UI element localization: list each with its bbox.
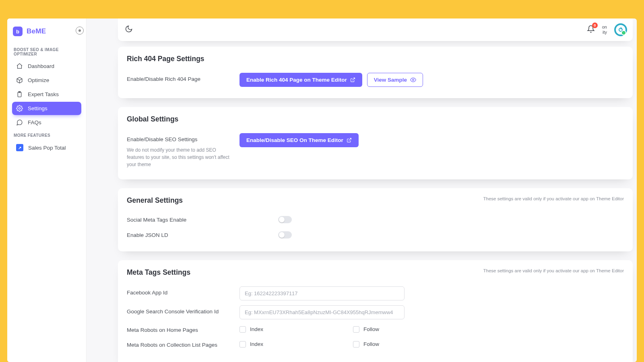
button-label: View Sample bbox=[374, 77, 407, 83]
label-enable-json-ld: Enable JSON LD bbox=[127, 232, 168, 238]
checkbox-label-index: Index bbox=[250, 341, 263, 347]
sidebar-item-label: FAQs bbox=[28, 119, 41, 125]
box-icon bbox=[16, 77, 23, 84]
sidebar-item-label: Optimize bbox=[28, 77, 49, 83]
card-title-rich-404: Rich 404 Page Settings bbox=[127, 55, 204, 63]
checkbox-home-index[interactable] bbox=[239, 326, 246, 333]
clipboard-icon bbox=[16, 91, 23, 98]
label-gsc-verification-id: Google Search Console Verification Id bbox=[127, 309, 239, 315]
main-area: 0 on ity Rich 404 Page Settings Enable/D… bbox=[87, 19, 637, 362]
card-title-general: General Settings bbox=[127, 196, 183, 205]
notification-badge: 0 bbox=[592, 23, 598, 28]
sidebar-item-label: Settings bbox=[28, 105, 47, 111]
home-icon bbox=[16, 63, 23, 70]
dark-mode-toggle[interactable] bbox=[124, 25, 134, 35]
button-label: Enable/Disable SEO On Theme Editor bbox=[246, 137, 343, 143]
sidebar-item-sales-pop-total[interactable]: ↗ Sales Pop Total bbox=[12, 141, 81, 154]
card-title-meta: Meta Tags Settings bbox=[127, 268, 190, 277]
svg-point-2 bbox=[19, 107, 20, 109]
checkbox-label-follow: Follow bbox=[363, 326, 379, 332]
sidebar-collapse-button[interactable] bbox=[76, 27, 84, 35]
chat-icon bbox=[16, 119, 23, 126]
checkbox-label-follow: Follow bbox=[363, 341, 379, 347]
eye-icon bbox=[410, 77, 416, 83]
card-general-settings: General Settings These settings are vali… bbox=[118, 188, 633, 251]
sidebar-section-label-more: MORE FEATURES bbox=[14, 133, 80, 138]
main-scroll[interactable]: Rich 404 Page Settings Enable/Disable Ri… bbox=[87, 47, 637, 362]
button-label: Enable Rich 404 Page on Theme Editor bbox=[246, 77, 347, 83]
facebook-app-id-input[interactable] bbox=[239, 286, 405, 300]
view-sample-button[interactable]: View Sample bbox=[367, 73, 423, 87]
sidebar-item-settings[interactable]: Settings bbox=[12, 102, 81, 115]
label-robots-collection: Meta Robots on Collection List Pages bbox=[127, 342, 217, 348]
topbar-right: 0 on ity bbox=[587, 23, 627, 36]
label-social-meta-tags: Social Meta Tags Enable bbox=[127, 217, 186, 223]
card-note-general: These settings are valid only if you act… bbox=[483, 196, 624, 201]
gsc-verification-id-input[interactable] bbox=[239, 305, 405, 319]
card-note-meta: These settings are valid only if you act… bbox=[483, 268, 624, 273]
checkbox-label-index: Index bbox=[250, 326, 263, 332]
sidebar-item-label: Sales Pop Total bbox=[28, 145, 66, 151]
bell-icon bbox=[587, 27, 595, 34]
user-avatar[interactable] bbox=[614, 23, 627, 36]
sidebar-item-dashboard[interactable]: Dashboard bbox=[12, 60, 81, 73]
enable-seo-button[interactable]: Enable/Disable SEO On Theme Editor bbox=[239, 133, 359, 147]
sublabel-enable-seo: We do not modify your theme to add SEO f… bbox=[127, 146, 231, 168]
checkbox-collection-index[interactable] bbox=[239, 341, 246, 348]
topbar: 0 on ity bbox=[118, 19, 633, 41]
gear-icon bbox=[16, 105, 23, 112]
label-robots-home: Meta Robots on Home Pages bbox=[127, 327, 198, 333]
toggle-enable-json-ld[interactable] bbox=[278, 231, 292, 239]
brand-logo-icon: b bbox=[13, 27, 23, 36]
checkbox-home-follow[interactable] bbox=[353, 326, 359, 333]
card-meta-tags: Meta Tags Settings These settings are va… bbox=[118, 260, 633, 362]
user-line-1: on bbox=[602, 25, 607, 30]
label-facebook-app-id: Facebook App Id bbox=[127, 290, 239, 296]
power-icon bbox=[619, 28, 623, 32]
label-enable-rich-404: Enable/Disable Rich 404 Page bbox=[127, 76, 239, 82]
label-enable-seo: Enable/Disable SEO Settings bbox=[127, 136, 239, 142]
card-title-global: Global Settings bbox=[127, 115, 178, 123]
brand: b BeME bbox=[12, 25, 81, 43]
app-window: b BeME BOOST SEO & IMAGE OPTIMIZER Dashb… bbox=[7, 19, 637, 362]
sidebar-item-expert-tasks[interactable]: Expert Tasks bbox=[12, 88, 81, 101]
enable-rich-404-button[interactable]: Enable Rich 404 Page on Theme Editor bbox=[239, 73, 362, 87]
checkbox-collection-follow[interactable] bbox=[353, 341, 359, 348]
sidebar: b BeME BOOST SEO & IMAGE OPTIMIZER Dashb… bbox=[7, 19, 87, 362]
sidebar-item-faqs[interactable]: FAQs bbox=[12, 116, 81, 129]
card-global-settings: Global Settings Enable/Disable SEO Setti… bbox=[118, 107, 633, 179]
user-meta: on ity bbox=[602, 25, 607, 35]
sidebar-item-optimize[interactable]: Optimize bbox=[12, 74, 81, 87]
user-line-2: ity bbox=[602, 30, 607, 35]
external-link-icon bbox=[347, 138, 352, 143]
sidebar-section-label-main: BOOST SEO & IMAGE OPTIMIZER bbox=[14, 47, 80, 56]
sidebar-item-label: Expert Tasks bbox=[28, 91, 59, 97]
moon-icon bbox=[125, 25, 133, 35]
card-rich-404: Rich 404 Page Settings Enable/Disable Ri… bbox=[118, 47, 633, 98]
notifications-button[interactable]: 0 bbox=[587, 25, 595, 35]
sales-pop-icon: ↗ bbox=[16, 144, 23, 151]
svg-point-3 bbox=[413, 79, 414, 81]
brand-name: BeME bbox=[27, 27, 46, 35]
external-link-icon bbox=[350, 77, 355, 82]
sidebar-item-label: Dashboard bbox=[28, 63, 54, 69]
toggle-social-meta-tags[interactable] bbox=[278, 216, 292, 223]
